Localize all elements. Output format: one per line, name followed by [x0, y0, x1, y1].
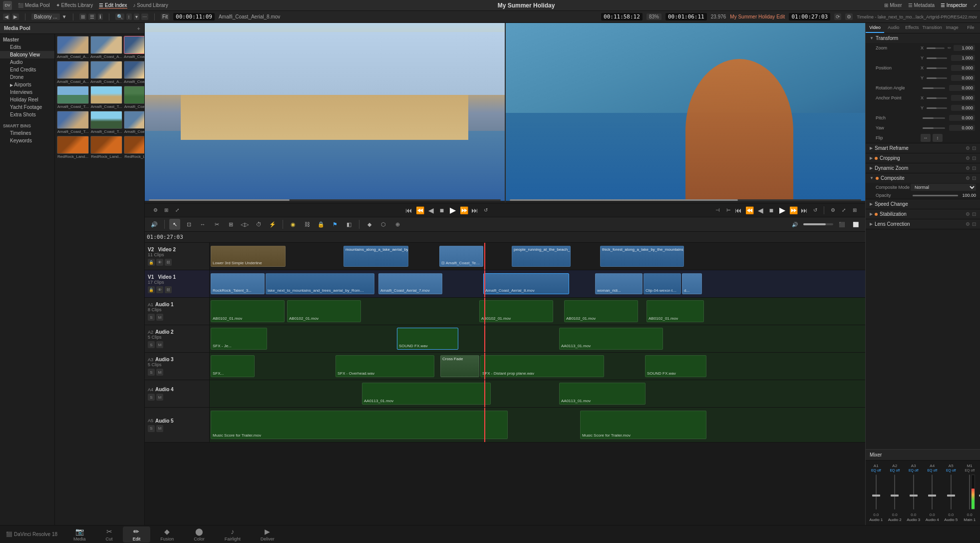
mixer-ch-a5-fader[interactable] — [942, 473, 960, 512]
edit-tool-stabilize[interactable]: ⚡ — [267, 219, 278, 230]
tab-color[interactable]: ⬤ Color — [184, 527, 215, 543]
inspector-tab-video[interactable]: Video — [866, 23, 884, 33]
clip-audio-a1-1[interactable]: AB0102_01.mov — [211, 300, 285, 322]
stab-icon2[interactable]: ⊡ — [972, 211, 976, 217]
track-content-a2[interactable]: SFX - Je... SOUND FX.wav AA0113_01.mov — [210, 325, 865, 352]
track-solo-a3[interactable]: M — [156, 369, 163, 376]
view-list-btn[interactable]: ☰ — [88, 13, 96, 20]
zoom-x-value[interactable]: 1.000 — [954, 45, 976, 51]
tb2-fwd-btn[interactable]: ▶ — [12, 13, 19, 20]
track-link-v1[interactable]: ⛓ — [165, 286, 172, 293]
tree-keywords[interactable]: Keywords — [0, 137, 54, 144]
view-grid-btn[interactable]: ⊞ — [79, 13, 86, 20]
thumb-item[interactable]: Amalfi_Coast_A... — [57, 36, 89, 59]
inspector-tab-file[interactable]: File — [962, 23, 980, 33]
clip-audio-a1-2[interactable]: AB0102_01.mov — [287, 300, 361, 322]
track-eye-v2[interactable]: 👁 — [156, 259, 163, 266]
comp-icon2[interactable]: ⊡ — [972, 175, 976, 181]
comp-icon1[interactable]: ⚙ — [966, 175, 970, 181]
sr-icon1[interactable]: ⚙ — [966, 145, 970, 151]
view-meta-btn[interactable]: ℹ — [98, 13, 103, 20]
mixer-ch-a3-eq[interactable]: EQ off — [909, 469, 919, 472]
inspector-tab-audio[interactable]: Audio — [884, 23, 903, 33]
tree-airports[interactable]: Airports — [0, 81, 54, 88]
sr-icon2[interactable]: ⊡ — [972, 145, 976, 151]
track-content-v2[interactable]: Lower 3rd Simple Underline mountains_alo… — [210, 243, 865, 270]
dz-icon1[interactable]: ⚙ — [966, 165, 970, 171]
prog-skip-end-btn[interactable]: ⏭ — [800, 206, 809, 215]
clip-audio-a3-2[interactable]: SFX - Overhead.wav — [335, 355, 434, 377]
more-btn[interactable]: ··· — [141, 13, 148, 20]
stop-btn[interactable]: ■ — [437, 206, 446, 215]
crop-icon2[interactable]: ⊡ — [972, 155, 976, 161]
comp-mode-select[interactable]: Normal Multiply Screen — [911, 184, 976, 191]
in-point-icon[interactable]: ⊣ — [713, 206, 722, 215]
track-content-a1[interactable]: AB0102_01.mov AB0102_01.mov AB0102_01.mo… — [210, 298, 865, 325]
lens-icon1[interactable]: ⚙ — [966, 221, 970, 227]
anchor-x-value[interactable]: 0.000 — [951, 95, 976, 101]
clip-d[interactable]: d... — [682, 273, 702, 294]
track-solo-a1[interactable]: M — [156, 314, 163, 321]
tb2-back-btn[interactable]: ◀ — [3, 13, 10, 20]
edit-tool-slip[interactable]: ⊞ — [225, 219, 236, 230]
clip-amalfi-tere[interactable]: ⊡ Amalfi_Coast_Tere... — [439, 246, 483, 267]
render-icon[interactable]: ⟳ — [834, 13, 841, 20]
track-mute-a5[interactable]: S — [148, 425, 155, 432]
yaw-value[interactable]: 0.000 — [949, 125, 976, 131]
fader-knob-a3[interactable] — [910, 495, 918, 497]
tree-yacht-footage[interactable]: Yacht Footage — [0, 103, 54, 111]
fullscreen-btn[interactable]: ⤢ — [973, 2, 977, 8]
prog-settings-icon[interactable]: ⚙ — [828, 206, 837, 215]
tree-interviews[interactable]: Interviews — [0, 88, 54, 96]
pos-y-slider[interactable] — [927, 77, 947, 79]
tree-holiday-reel[interactable]: Holiday Reel — [0, 96, 54, 103]
sound-library-btn[interactable]: ♪ Sound Library — [133, 2, 168, 8]
fader-knob-a2[interactable] — [891, 495, 899, 497]
thumb-item[interactable]: Amalfi_Coast_A... — [57, 61, 89, 84]
anchor-y-value[interactable]: 0.000 — [951, 105, 976, 111]
zoom-y-value[interactable]: 1.000 — [951, 55, 976, 61]
zoom-y-slider[interactable] — [927, 57, 947, 59]
track-mute-a3[interactable]: S — [148, 369, 155, 376]
smart-reframe-header[interactable]: ▶ Smart Reframe ⚙ ⊡ — [866, 143, 980, 153]
transform-header[interactable]: ▼ Transform — [866, 33, 980, 43]
edit-tool-extra1[interactable]: ⬛ — [836, 219, 847, 230]
thumb-item[interactable]: Amalfi_Coast_T... — [124, 86, 144, 109]
prog-step-fwd-btn[interactable]: ⏩ — [789, 206, 798, 215]
clip-audio-a1-3[interactable]: AB0102_01.mov — [479, 300, 553, 322]
prog-play-back-btn[interactable]: ◀ — [756, 206, 765, 215]
tab-deliver[interactable]: ▶ Deliver — [251, 527, 285, 543]
sort-btn[interactable]: ↕ — [126, 13, 132, 20]
speed-change-header[interactable]: ▶ Speed Change — [866, 199, 980, 209]
tab-fairlight[interactable]: ♪ Fairlight — [215, 527, 251, 543]
mixer-ch-a1-eq[interactable]: EQ off — [871, 469, 881, 472]
filter-btn[interactable]: ▾ — [134, 13, 139, 20]
mixer-ch-a4-fader[interactable] — [924, 473, 942, 512]
clip-audio-a3-1[interactable]: SFX... — [211, 355, 255, 377]
edit-tool-link[interactable]: ⛓ — [302, 219, 313, 230]
edit-index-btn[interactable]: ☰ Edit Index — [99, 2, 127, 8]
clip-mountains[interactable]: mountains_along_a_lake_aerial_by_Roma... — [343, 246, 408, 267]
clip-audio-a2-2[interactable]: SOUND FX.wav — [397, 328, 458, 350]
clip-redrock[interactable]: RockRock_Talent_3... — [211, 273, 265, 294]
prog-stop-btn[interactable]: ■ — [767, 206, 776, 215]
edit-tool-select[interactable]: ↖ — [169, 219, 180, 230]
lens-header[interactable]: ▶ Lens Correction ⚙ ⊡ — [866, 219, 980, 229]
track-lock-v1[interactable]: 🔒 — [148, 286, 155, 293]
clip-crossfade[interactable]: Cross Fade — [440, 355, 479, 377]
play-back-btn[interactable]: ◀ — [426, 206, 435, 215]
search-btn[interactable]: 🔍 — [115, 13, 124, 20]
viewer-settings-icon[interactable]: ⚙ — [151, 206, 160, 215]
edit-tool-curve[interactable]: ◉ — [288, 219, 299, 230]
rotation-slider[interactable] — [923, 87, 945, 89]
clip-thick-forest[interactable]: thick_forest_along_a_lake_by_the_mountai… — [600, 246, 684, 267]
prog-zoom-icon[interactable]: ⊞ — [850, 206, 859, 215]
fader-knob-a4[interactable] — [928, 495, 936, 497]
flip-v-btn[interactable]: ↕ — [933, 134, 943, 142]
mixer-ch-a5-eq[interactable]: EQ off — [946, 469, 956, 472]
flip-h-btn[interactable]: ↔ — [921, 134, 931, 142]
edit-tool-cut-point[interactable]: ⬡ — [378, 219, 389, 230]
viewer2-scrubbar[interactable] — [506, 201, 866, 203]
thumb-item[interactable]: Amalfi_Coast_T... — [124, 111, 144, 134]
viewer-zoom-icon[interactable]: ⊞ — [162, 206, 171, 215]
